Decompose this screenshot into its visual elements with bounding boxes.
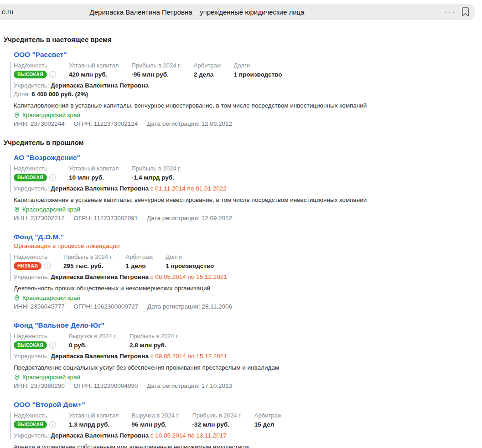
reliability-cell: Надёжность НИЗКАЯ i <box>14 253 51 270</box>
stat-value: 420 млн руб. <box>69 71 119 78</box>
stat-label: Прибыль в 2024 г. <box>63 253 113 260</box>
founder-period: с 08.05.2014 по 15.12.2021 <box>150 273 227 280</box>
stat-value: 1 производство <box>166 262 214 270</box>
info-icon[interactable]: i <box>49 71 56 78</box>
founder-name: Дерипаска Валентина Петровна <box>51 273 149 280</box>
site-domain[interactable]: e.ru <box>2 8 13 15</box>
ellipsis-menu-icon[interactable]: ··· <box>444 8 456 16</box>
founder-line: Учредитель: Дерипаска Валентина Петровна… <box>14 353 478 360</box>
founder-line: Учредитель: Дерипаска Валентина Петровна… <box>14 432 478 439</box>
section-title-current: Учредитель в настоящее время <box>4 36 478 43</box>
stat-cell: Уставный капитал 420 млн руб. <box>69 62 119 78</box>
stat-value: -1,4 млрд руб. <box>131 174 181 181</box>
founder-name: Дерипаска Валентина Петровна <box>51 82 149 89</box>
header-divider <box>0 23 482 23</box>
inn-label: ИНН: <box>14 303 29 310</box>
stat-value: 1 дело <box>125 262 153 270</box>
results-list: Учредитель в настоящее время ООО "Рассве… <box>4 36 478 448</box>
location-pin-icon <box>14 295 20 301</box>
registration-codes: ИНН: 2373980290 ОГРН: 1132300004990 Дата… <box>14 382 478 390</box>
stat-label: Долги <box>234 62 282 69</box>
ogrn-label: ОГРН: <box>74 382 92 389</box>
stat-label: Долги <box>166 253 214 260</box>
stat-label: Прибыль в 2024 г. <box>131 165 181 172</box>
registration-codes: ИНН: 2373002244 ОГРН: 1122373002124 Дата… <box>14 120 478 128</box>
regdate-group: Дата регистрации: 28.11.2006 <box>147 303 232 310</box>
stat-label: Арбитраж <box>194 62 221 69</box>
stat-cell: Уставный капитал 10 млн руб. <box>69 165 119 181</box>
founder-label: Учредитель: <box>14 353 49 360</box>
stat-cell: Арбитраж 1 дело <box>125 253 153 270</box>
company-name-link[interactable]: Фонд "Д.О.М." <box>14 233 64 241</box>
ogrn-label: ОГРН: <box>74 303 92 310</box>
bookmark-icon[interactable] <box>461 7 469 17</box>
ogrn-label: ОГРН: <box>74 120 92 127</box>
regdate-label: Дата регистрации: <box>147 215 200 221</box>
info-icon[interactable]: i <box>44 263 51 269</box>
stat-cell: Уставный капитал 1,3 млрд руб. <box>69 412 119 428</box>
inn-label: ИНН: <box>14 382 29 389</box>
browser-tab-bar[interactable]: e.ru Дерипаска Валентина Петровна – учре… <box>0 4 475 20</box>
company-name-link[interactable]: АО "Возрождение" <box>14 154 80 161</box>
company-card: АО "Возрождение" Надёжность ВЫСОКАЯ i Ус… <box>10 154 478 222</box>
stats-row: Надёжность ВЫСОКАЯ i Уставный капитал 1,… <box>14 412 478 428</box>
page-title: Дерипаска Валентина Петровна – учрежденн… <box>90 8 305 16</box>
founder-label: Учредитель: <box>14 185 49 192</box>
info-icon[interactable]: i <box>49 421 56 428</box>
company-name-link[interactable]: ООО "Рассвет" <box>14 51 67 58</box>
stat-label: Выручка в 2024 г. <box>131 412 179 419</box>
stat-label: Прибыль в 2024 г. <box>130 333 179 340</box>
section-title-past: Учредитель в прошлом <box>4 139 478 146</box>
stat-cell: Прибыль в 2024 г. -1,4 млрд руб. <box>131 165 181 181</box>
regdate-value: 17.10.2013 <box>201 382 232 389</box>
location-pin-icon <box>14 374 20 381</box>
founder-name: Дерипаска Валентина Петровна <box>51 432 149 439</box>
inn-value: 2356045777 <box>31 303 65 310</box>
browser-header: e.ru Дерипаска Валентина Петровна – учре… <box>0 0 482 24</box>
registration-codes: ИНН: 2356045777 ОГРН: 1062300009727 Дата… <box>14 303 478 310</box>
liquidation-status: Организация в процессе ликвидации <box>14 242 478 250</box>
info-icon[interactable]: i <box>49 342 56 349</box>
stat-cell: Прибыль в 2024 г. -32 млн руб. <box>192 412 241 428</box>
location-pin-icon <box>14 112 20 118</box>
stat-label: Надёжность <box>14 333 56 340</box>
stats-row: Надёжность НИЗКАЯ i Прибыль в 2024 г. 29… <box>14 253 478 270</box>
regdate-value: 28.11.2006 <box>202 303 232 310</box>
stat-cell: Выручка в 2024 г. 96 млн руб. <box>131 412 179 428</box>
share-line: Доля: 6 400 000 руб. (2%) <box>14 91 478 98</box>
regdate-label: Дата регистрации: <box>147 303 200 310</box>
ogrn-value: 1062300009727 <box>94 303 139 310</box>
inn-value: 2373980290 <box>31 382 65 389</box>
activity-text: Капиталовложения в уставные капиталы, ве… <box>14 102 478 109</box>
inn-group: ИНН: 2356045777 <box>14 303 65 310</box>
stat-label: Надёжность <box>14 62 56 69</box>
reliability-badge: НИЗКАЯ <box>14 262 41 270</box>
company-card: Фонд "Д.О.М." Организация в процессе лик… <box>10 233 478 310</box>
region-line: Краснодарский край <box>14 206 478 213</box>
stat-cell: Арбитраж 2 дела <box>194 62 221 78</box>
reliability-cell: Надёжность ВЫСОКАЯ i <box>14 412 56 428</box>
reliability-cell: Надёжность ВЫСОКАЯ i <box>14 165 56 181</box>
regdate-group: Дата регистрации: 17.10.2013 <box>147 382 232 389</box>
inn-label: ИНН: <box>14 120 29 127</box>
company-card: ООО "Второй Дом+" Надёжность ВЫСОКАЯ i У… <box>10 401 478 448</box>
regdate-value: 12.09.2012 <box>201 120 232 127</box>
regdate-label: Дата регистрации: <box>147 382 200 389</box>
stat-value: 295 тыс. руб. <box>63 262 113 270</box>
company-name-link[interactable]: Фонд "Вольное Дело-Юг" <box>14 321 104 329</box>
founder-label: Учредитель: <box>14 273 49 280</box>
region-name: Краснодарский край <box>22 373 80 381</box>
regdate-group: Дата регистрации: 12.09.2012 <box>147 120 232 127</box>
activity-text: Аренда и управление собственным или арен… <box>14 443 478 448</box>
company-name-link[interactable]: ООО "Второй Дом+" <box>14 401 85 408</box>
stat-value: 1,3 млрд руб. <box>69 421 119 428</box>
regdate-label: Дата регистрации: <box>147 120 200 127</box>
ogrn-value: 1122373002124 <box>94 120 138 127</box>
company-key-facts: Надёжность ВЫСОКАЯ i Уставный капитал 10… <box>10 165 478 192</box>
stats-row: Надёжность ВЫСОКАЯ i Уставный капитал 42… <box>14 62 478 78</box>
reliability-badge: ВЫСОКАЯ <box>14 341 47 349</box>
activity-text: Предоставление социальных услуг без обес… <box>14 364 478 371</box>
info-icon[interactable]: i <box>49 174 56 181</box>
ogrn-value: 1122373002091 <box>94 215 138 221</box>
stat-value: -32 млн руб. <box>192 421 241 428</box>
